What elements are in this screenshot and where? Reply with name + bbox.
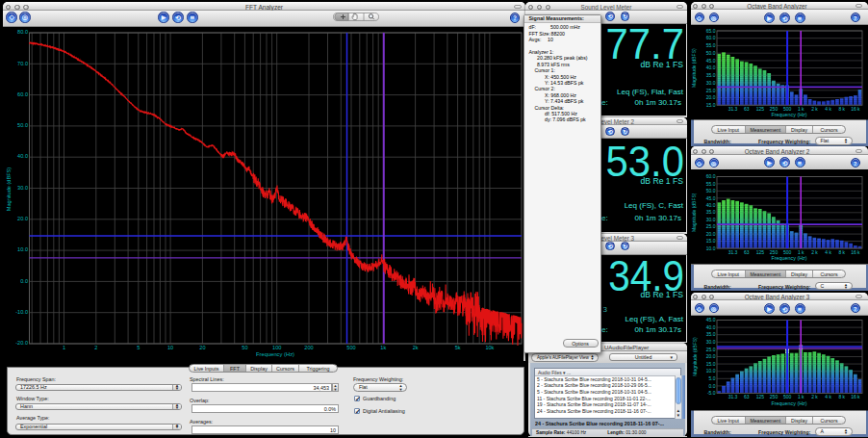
svg-text:45.0: 45.0 — [706, 58, 716, 64]
svg-text:Magnitude (dBFS): Magnitude (dBFS) — [6, 167, 12, 211]
svg-text:55.0: 55.0 — [706, 181, 716, 187]
svg-text:16 k: 16 k — [851, 106, 860, 112]
svg-text:70.0: 70.0 — [17, 60, 28, 65]
svg-text:Magnitude (dBFS): Magnitude (dBFS) — [692, 48, 698, 88]
svg-text:40.0: 40.0 — [706, 64, 716, 70]
svg-text:500: 500 — [783, 394, 792, 399]
svg-text:35.0: 35.0 — [706, 331, 716, 337]
svg-text:15.0: 15.0 — [706, 238, 716, 244]
svg-text:10.0: 10.0 — [17, 246, 28, 252]
svg-text:60.0: 60.0 — [17, 90, 28, 96]
svg-text:5: 5 — [137, 345, 140, 350]
svg-text:20.0: 20.0 — [706, 231, 716, 237]
svg-text:60.0: 60.0 — [706, 173, 716, 179]
svg-text:60.0: 60.0 — [706, 35, 716, 40]
svg-text:25.0: 25.0 — [706, 88, 716, 93]
svg-text:45.0: 45.0 — [706, 195, 716, 201]
svg-text:250: 250 — [770, 394, 779, 399]
svg-text:35.0: 35.0 — [706, 72, 716, 78]
svg-text:1 k: 1 k — [798, 249, 804, 255]
svg-text:250: 250 — [770, 249, 779, 255]
svg-text:1k: 1k — [380, 345, 386, 350]
svg-text:63: 63 — [744, 249, 750, 255]
svg-text:4 k: 4 k — [825, 394, 831, 399]
svg-text:8 k: 8 k — [838, 106, 845, 112]
svg-text:50: 50 — [242, 345, 247, 350]
svg-text:30.0: 30.0 — [706, 339, 716, 345]
svg-text:30.0: 30.0 — [17, 184, 28, 190]
svg-text:63: 63 — [744, 106, 750, 112]
svg-text:250: 250 — [770, 106, 779, 112]
svg-text:2k: 2k — [413, 345, 419, 350]
svg-text:1 k: 1 k — [798, 106, 804, 112]
svg-text:10.0: 10.0 — [706, 245, 716, 251]
svg-text:Magnitude (dBFS): Magnitude (dBFS) — [692, 337, 698, 376]
svg-text:8 k: 8 k — [838, 249, 845, 255]
svg-text:30.0: 30.0 — [706, 80, 716, 86]
svg-text:20.0: 20.0 — [706, 353, 716, 359]
svg-text:16 k: 16 k — [851, 394, 860, 399]
svg-text:16 k: 16 k — [851, 249, 860, 255]
svg-text:31.3: 31.3 — [728, 106, 738, 112]
svg-text:2 k: 2 k — [811, 106, 818, 112]
svg-text:20.0: 20.0 — [706, 94, 716, 100]
svg-text:500: 500 — [783, 249, 792, 255]
svg-text:-10.0: -10.0 — [15, 308, 28, 314]
svg-text:20: 20 — [199, 345, 205, 350]
svg-text:15.0: 15.0 — [706, 102, 716, 108]
svg-text:55.0: 55.0 — [706, 42, 716, 48]
svg-text:5.0: 5.0 — [709, 375, 716, 381]
svg-text:25.0: 25.0 — [706, 347, 716, 352]
svg-text:40.0: 40.0 — [706, 202, 716, 208]
svg-text:31.3: 31.3 — [728, 394, 738, 399]
svg-text:0.0: 0.0 — [709, 383, 716, 389]
svg-text:Frequency (Hz): Frequency (Hz) — [771, 400, 806, 406]
svg-text:500: 500 — [783, 106, 792, 112]
svg-text:Frequency (Hz): Frequency (Hz) — [256, 351, 294, 357]
svg-text:2 k: 2 k — [811, 394, 818, 399]
svg-text:10k: 10k — [485, 345, 494, 350]
svg-text:4 k: 4 k — [825, 249, 831, 255]
svg-text:2: 2 — [94, 345, 97, 350]
svg-text:500: 500 — [346, 345, 355, 350]
svg-text:8 k: 8 k — [838, 394, 845, 399]
svg-text:4 k: 4 k — [825, 106, 831, 112]
svg-text:1 k: 1 k — [798, 394, 804, 399]
svg-text:40.0: 40.0 — [17, 153, 28, 159]
svg-text:-20.0: -20.0 — [15, 340, 28, 346]
svg-text:1: 1 — [63, 345, 65, 350]
svg-text:15.0: 15.0 — [706, 361, 716, 367]
svg-text:125: 125 — [756, 106, 765, 112]
svg-text:125: 125 — [756, 394, 765, 399]
svg-text:35.0: 35.0 — [706, 209, 716, 215]
svg-text:50.0: 50.0 — [706, 50, 716, 56]
svg-text:65.0: 65.0 — [706, 28, 716, 34]
svg-text:20.0: 20.0 — [17, 216, 28, 221]
svg-text:10: 10 — [167, 345, 173, 350]
svg-text:200: 200 — [304, 345, 313, 350]
svg-text:100: 100 — [272, 345, 281, 350]
svg-text:25.0: 25.0 — [706, 223, 716, 229]
svg-text:63: 63 — [744, 394, 750, 399]
svg-text:2 k: 2 k — [811, 249, 818, 255]
svg-text:Frequency (Hz): Frequency (Hz) — [771, 255, 806, 261]
svg-text:125: 125 — [756, 249, 765, 255]
svg-text:5k: 5k — [455, 345, 461, 350]
svg-text:30.0: 30.0 — [706, 217, 716, 222]
svg-text:Frequency (Hz): Frequency (Hz) — [771, 112, 806, 117]
svg-text:0.0: 0.0 — [20, 277, 28, 283]
svg-text:-5.0: -5.0 — [707, 390, 716, 396]
svg-text:45.0: 45.0 — [706, 317, 716, 322]
svg-text:50.0: 50.0 — [17, 122, 28, 128]
svg-text:50.0: 50.0 — [706, 188, 716, 193]
svg-text:40.0: 40.0 — [706, 324, 716, 330]
svg-text:10.0: 10.0 — [706, 368, 716, 374]
svg-text:31.3: 31.3 — [728, 249, 738, 255]
svg-text:80.0: 80.0 — [17, 29, 28, 35]
svg-text:Magnitude (dBFS): Magnitude (dBFS) — [692, 193, 698, 232]
